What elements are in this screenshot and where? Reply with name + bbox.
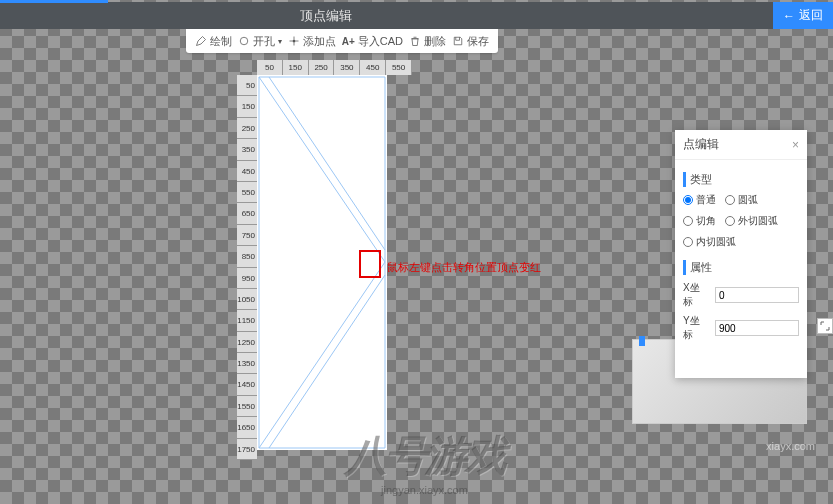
selected-vertex-indicator <box>359 250 381 278</box>
watermark-pinyin: jingyan.xiayx.com <box>345 484 505 496</box>
ruler-h-tick: 350 <box>334 60 360 75</box>
toolbar: 绘制 开孔 ▾ 添加点 A+ 导入CAD 删除 保存 <box>186 29 498 53</box>
radio-normal-label: 普通 <box>696 193 716 207</box>
canvas-area: 50 150 250 350 450 550 50 150 250 350 45… <box>237 60 407 460</box>
radio-outer-arc-input[interactable] <box>725 216 735 226</box>
ruler-horizontal: 50 150 250 350 450 550 <box>257 60 412 75</box>
field-x: X坐标 <box>683 281 799 309</box>
ruler-h-tick: 50 <box>257 60 283 75</box>
ruler-vertical: 50 150 250 350 450 550 650 750 850 950 1… <box>237 75 257 460</box>
page-title: 顶点编辑 <box>300 7 352 25</box>
ruler-v-tick: 1150 <box>237 310 257 331</box>
tool-draw-label: 绘制 <box>210 34 232 49</box>
tool-hole-label: 开孔 <box>253 34 275 49</box>
panel-header: 点编辑 × <box>675 130 807 160</box>
tool-draw[interactable]: 绘制 <box>195 34 232 49</box>
radio-normal-input[interactable] <box>683 195 693 205</box>
tool-addpoint[interactable]: 添加点 <box>288 34 336 49</box>
radio-inner-arc[interactable]: 内切圆弧 <box>683 235 745 249</box>
back-label: 返回 <box>799 7 823 24</box>
ruler-v-tick: 1450 <box>237 374 257 395</box>
header-bar: 顶点编辑 ← 返回 <box>0 2 833 29</box>
ruler-v-tick: 150 <box>237 96 257 117</box>
radio-arc-label: 圆弧 <box>738 193 758 207</box>
tool-addpoint-label: 添加点 <box>303 34 336 49</box>
watermark: 八号游戏 jingyan.xiayx.com <box>345 428 505 496</box>
annotation-text: 鼠标左键点击转角位置顶点变红 <box>387 260 541 275</box>
radio-chamfer[interactable]: 切角 <box>683 214 725 228</box>
arrow-left-icon: ← <box>783 9 795 23</box>
expand-panel-button[interactable] <box>817 318 833 334</box>
field-y-input[interactable] <box>715 320 799 336</box>
field-x-label: X坐标 <box>683 281 709 309</box>
radio-chamfer-input[interactable] <box>683 216 693 226</box>
point-editor-panel: 点编辑 × 类型 普通 圆弧 切角 外切圆弧 内切圆弧 <box>675 130 807 378</box>
trash-icon <box>409 35 421 47</box>
ruler-v-tick: 1350 <box>237 353 257 374</box>
svg-line-6 <box>269 275 385 448</box>
tool-save-label: 保存 <box>467 34 489 49</box>
tool-importcad-label: 导入CAD <box>358 34 403 49</box>
section-attr-label: 属性 <box>683 260 799 275</box>
section-type-label: 类型 <box>683 172 799 187</box>
field-y: Y坐标 <box>683 314 799 342</box>
ruler-v-tick: 1050 <box>237 289 257 310</box>
ruler-v-tick: 250 <box>237 118 257 139</box>
svg-point-0 <box>240 37 248 45</box>
ruler-v-tick: 1250 <box>237 332 257 353</box>
ruler-v-tick: 750 <box>237 225 257 246</box>
svg-line-4 <box>269 77 385 250</box>
tool-delete[interactable]: 删除 <box>409 34 446 49</box>
tool-importcad[interactable]: A+ 导入CAD <box>342 34 403 49</box>
radio-outer-arc-label: 外切圆弧 <box>738 214 778 228</box>
field-y-label: Y坐标 <box>683 314 709 342</box>
radio-normal[interactable]: 普通 <box>683 193 725 207</box>
ruler-v-tick: 850 <box>237 246 257 267</box>
watermark-brand: 八号游戏 <box>345 428 505 484</box>
watermark-url: xiayx.com <box>766 440 815 452</box>
ruler-v-tick: 950 <box>237 268 257 289</box>
chevron-down-icon: ▾ <box>278 37 282 46</box>
pencil-icon <box>195 35 207 47</box>
ruler-v-tick: 1750 <box>237 439 257 460</box>
ruler-h-tick: 250 <box>309 60 335 75</box>
import-icon: A+ <box>342 36 355 47</box>
radio-inner-arc-label: 内切圆弧 <box>696 235 736 249</box>
svg-line-5 <box>259 262 385 448</box>
ruler-v-tick: 1550 <box>237 396 257 417</box>
type-radio-group: 普通 圆弧 切角 外切圆弧 内切圆弧 <box>683 193 799 254</box>
ruler-v-tick: 550 <box>237 182 257 203</box>
tool-hole[interactable]: 开孔 ▾ <box>238 34 282 49</box>
ruler-v-tick: 1650 <box>237 417 257 438</box>
back-button[interactable]: ← 返回 <box>773 2 833 29</box>
ruler-v-tick: 650 <box>237 203 257 224</box>
ruler-v-tick: 450 <box>237 161 257 182</box>
ruler-v-tick: 350 <box>237 139 257 160</box>
panel-title: 点编辑 <box>683 136 719 153</box>
panel-body: 类型 普通 圆弧 切角 外切圆弧 内切圆弧 属性 <box>675 160 807 353</box>
tool-save[interactable]: 保存 <box>452 34 489 49</box>
radio-arc-input[interactable] <box>725 195 735 205</box>
ruler-h-tick: 550 <box>386 60 412 75</box>
plus-dot-icon <box>288 35 300 47</box>
circle-icon <box>238 35 250 47</box>
svg-line-3 <box>259 77 385 262</box>
ruler-h-tick: 150 <box>283 60 309 75</box>
field-x-input[interactable] <box>715 287 799 303</box>
radio-outer-arc[interactable]: 外切圆弧 <box>725 214 787 228</box>
svg-point-1 <box>292 40 295 43</box>
expand-icon <box>820 321 830 331</box>
progress-bar <box>0 0 108 3</box>
save-icon <box>452 35 464 47</box>
ruler-v-tick: 50 <box>237 75 257 96</box>
close-icon[interactable]: × <box>792 138 799 152</box>
radio-arc[interactable]: 圆弧 <box>725 193 767 207</box>
ruler-h-tick: 450 <box>360 60 386 75</box>
tool-delete-label: 删除 <box>424 34 446 49</box>
radio-inner-arc-input[interactable] <box>683 237 693 247</box>
radio-chamfer-label: 切角 <box>696 214 716 228</box>
